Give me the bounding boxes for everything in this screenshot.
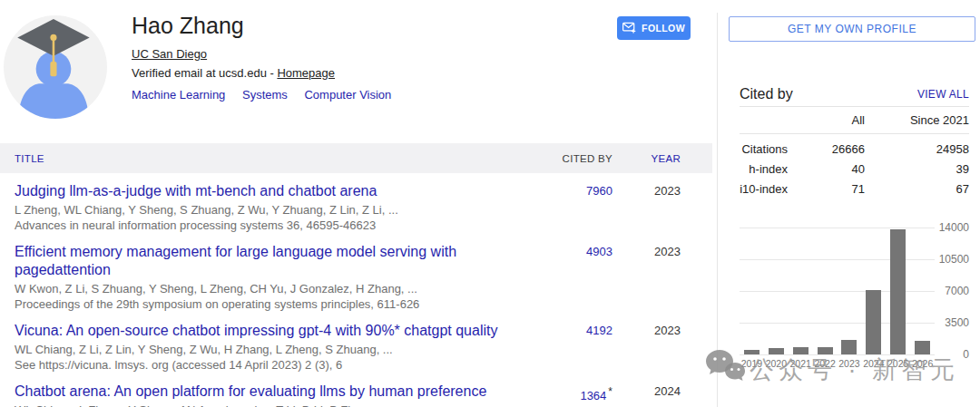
column-header-title[interactable]: TITLE: [0, 153, 504, 164]
citations-bar-2022[interactable]: [818, 347, 833, 354]
publication-title-link[interactable]: Chatbot arena: An open platform for eval…: [15, 383, 504, 401]
stat-label: h-index: [740, 162, 788, 176]
interest-link-systems[interactable]: Systems: [242, 88, 288, 102]
page-title: Hao Zhang: [132, 13, 405, 38]
chart-plot: [740, 228, 935, 354]
gridline: [740, 354, 935, 355]
cited-by-cell: 4903: [504, 243, 612, 312]
citations-bar-2025[interactable]: [890, 229, 906, 354]
publication-authors: L Zheng, WL Chiang, Y Sheng, S Zhuang, Z…: [15, 202, 504, 218]
stat-all-value: 26666: [788, 142, 865, 156]
y-axis-tick-label: 10500: [939, 253, 969, 266]
cited-by-header: Cited by VIEW ALL: [740, 82, 969, 107]
cited-by-panel: Cited by VIEW ALL All Since 2021 Citatio…: [740, 82, 969, 198]
citations-per-year-chart: 0350070001050014000201920202021202220232…: [740, 228, 969, 377]
interests-list: Machine Learning Systems Computer Vision: [132, 88, 405, 102]
x-axis-tick-label: 2020: [766, 358, 787, 369]
profile-header: Hao Zhang UC San Diego Verified email at…: [132, 13, 405, 102]
table-row: Vicuna: An open-source chatbot impressin…: [0, 313, 712, 373]
publication-venue: See https://vicuna. lmsys. org (accessed…: [15, 357, 504, 373]
stat-since-value: 39: [865, 162, 969, 176]
verified-email-text: Verified email at ucsd.edu -: [132, 66, 277, 80]
table-row: Efficient memory management for large la…: [0, 234, 712, 313]
publications-table-header: TITLE CITED BY YEAR: [0, 143, 712, 173]
publication-info: Vicuna: An open-source chatbot impressin…: [15, 322, 504, 373]
interest-link-machine-learning[interactable]: Machine Learning: [132, 88, 225, 102]
x-axis-tick-label: 2019: [741, 358, 762, 369]
stat-label: Citations: [740, 142, 788, 156]
stat-all-value: 40: [788, 162, 865, 176]
table-row: Chatbot arena: An open platform for eval…: [0, 373, 712, 407]
verified-email-line: Verified email at ucsd.edu - Homepage: [132, 66, 405, 80]
year-cell: 2023: [612, 322, 712, 373]
publication-info: Chatbot arena: An open platform for eval…: [15, 383, 504, 407]
stat-all-value: 71: [788, 182, 865, 196]
y-axis-tick-label: 0: [963, 348, 969, 361]
envelope-add-icon: [622, 22, 636, 34]
publication-info: Efficient memory management for large la…: [15, 243, 504, 312]
cited-by-stats: Citations 26666 24958 h-index 40 39 i10-…: [740, 134, 969, 198]
get-my-own-profile-button[interactable]: GET MY OWN PROFILE: [729, 16, 975, 42]
vertical-divider: [717, 13, 718, 407]
table-row: Judging llm-as-a-judge with mt-bench and…: [0, 173, 712, 234]
x-axis-tick-label: 2026: [912, 358, 933, 369]
publication-authors: WL Chiang, L Zheng, Y Sheng, AN Angelopo…: [15, 402, 504, 407]
stat-since-value: 24958: [865, 142, 969, 156]
column-header-year[interactable]: YEAR: [612, 153, 712, 164]
column-header-cited-by[interactable]: CITED BY: [504, 153, 612, 164]
cited-by-cell: 1364*: [504, 383, 612, 407]
cited-by-count-link[interactable]: 4903: [586, 245, 612, 258]
year-cell: 2023: [612, 182, 712, 233]
column-since-2021: Since 2021: [865, 113, 969, 127]
x-axis-tick-label: 2023: [838, 358, 859, 369]
year-cell: 2024: [612, 383, 712, 407]
x-axis-tick-label: 2024: [863, 358, 884, 369]
x-axis-tick-label: 2025: [887, 358, 908, 369]
cited-by-count-link[interactable]: 1364: [580, 389, 606, 402]
avatar: [4, 15, 107, 119]
publication-authors: W Kwon, Z Li, S Zhuang, Y Sheng, L Zheng…: [15, 281, 504, 296]
gridline: [740, 228, 935, 228]
homepage-link[interactable]: Homepage: [277, 66, 335, 80]
column-all: All: [788, 113, 865, 127]
publication-title-link[interactable]: Efficient memory management for large la…: [15, 243, 504, 279]
stat-since-value: 67: [865, 182, 969, 196]
publication-info: Judging llm-as-a-judge with mt-bench and…: [15, 182, 504, 233]
stat-row-i10-index: i10-index 71 67: [740, 179, 969, 198]
cited-by-count-link[interactable]: 4192: [586, 324, 612, 337]
citations-bar-2019[interactable]: [744, 350, 760, 354]
x-axis-tick-label: 2021: [790, 358, 811, 369]
publication-title-link[interactable]: Vicuna: An open-source chatbot impressin…: [15, 322, 504, 340]
y-axis-tick-label: 14000: [939, 221, 969, 234]
stat-row-h-index: h-index 40 39: [740, 160, 969, 178]
cited-by-columns: All Since 2021: [740, 107, 969, 134]
citations-bar-2024[interactable]: [866, 290, 881, 354]
interest-link-computer-vision[interactable]: Computer Vision: [304, 88, 391, 102]
x-axis-tick-label: 2022: [814, 358, 835, 369]
view-all-link[interactable]: VIEW ALL: [917, 88, 969, 101]
cited-by-cell: 7960: [504, 182, 612, 233]
cited-by-title: Cited by: [740, 86, 793, 102]
follow-button[interactable]: FOLLOW: [617, 16, 691, 40]
citations-bar-2020[interactable]: [769, 348, 784, 355]
cited-by-cell: 4192: [504, 322, 612, 373]
cited-by-count-link[interactable]: 7960: [586, 184, 612, 198]
publications-table: TITLE CITED BY YEAR Judging llm-as-a-jud…: [0, 143, 712, 407]
citations-bar-2021[interactable]: [793, 347, 808, 355]
citations-bar-2023[interactable]: [841, 340, 857, 354]
publication-authors: WL Chiang, Z Li, Z Lin, Y Sheng, Z Wu, H…: [15, 342, 504, 357]
publication-venue: Advances in neural information processin…: [15, 218, 504, 233]
graduate-avatar-icon: [4, 15, 107, 119]
year-cell: 2023: [612, 243, 712, 312]
follow-button-label: FOLLOW: [642, 23, 685, 34]
y-axis-tick-label: 7000: [945, 285, 969, 297]
y-axis-tick-label: 3500: [945, 316, 969, 329]
citations-bar-2026[interactable]: [915, 341, 930, 354]
stat-row-citations: Citations 26666 24958: [740, 140, 969, 158]
publication-venue: Proceedings of the 29th symposium on ope…: [15, 296, 504, 312]
affiliation-link[interactable]: UC San Diego: [132, 47, 207, 61]
stat-label: i10-index: [740, 182, 788, 196]
publication-title-link[interactable]: Judging llm-as-a-judge with mt-bench and…: [15, 182, 504, 200]
